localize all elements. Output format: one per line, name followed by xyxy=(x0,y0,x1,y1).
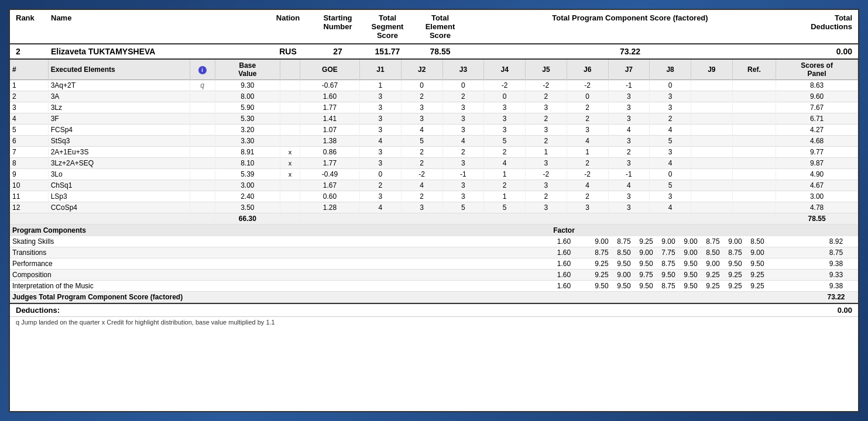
cell-j7: 3 xyxy=(608,202,650,213)
cell-j6: 2 xyxy=(567,113,608,125)
cell-j1: 4 xyxy=(360,202,402,213)
cell-ref xyxy=(732,191,776,202)
cell-base: 8.10 xyxy=(215,158,280,169)
component-factor: 1.60 xyxy=(548,236,580,247)
cell-j9 xyxy=(691,91,732,102)
component-j3: 9.50 xyxy=(635,281,657,292)
cell-j3: 3 xyxy=(442,158,484,169)
list-item: Transitions 1.60 8.75 8.50 9.00 7.75 9.0… xyxy=(10,247,858,258)
cell-j7: 3 xyxy=(608,158,650,169)
cell-j1: 3 xyxy=(360,191,402,202)
athlete-starting-number: 27 xyxy=(314,47,361,56)
col-ref-header: Ref. xyxy=(732,60,776,80)
component-score: 9.38 xyxy=(814,258,858,270)
cell-flag xyxy=(190,180,215,191)
cell-j3: 2 xyxy=(442,91,484,102)
cell-base: 2.40 xyxy=(215,191,280,202)
cell-base: 5.30 xyxy=(215,113,280,125)
cell-j3: -1 xyxy=(442,169,484,180)
cell-j4: 2 xyxy=(484,147,526,158)
component-j7: 9.25 xyxy=(724,281,746,292)
component-j9 xyxy=(768,281,791,292)
cell-j8: 5 xyxy=(650,180,691,191)
cell-j8: 4 xyxy=(650,158,691,169)
athlete-row: 2 Elizaveta TUKTAMYSHEVA RUS 27 151.77 7… xyxy=(10,44,858,60)
component-j5: 9.00 xyxy=(680,247,702,258)
component-name: Skating Skills xyxy=(10,236,548,247)
cell-num: 10 xyxy=(10,180,48,191)
cell-j3: 3 xyxy=(442,191,484,202)
cell-element: CCoSp4 xyxy=(48,202,190,213)
athlete-element-score: 78.55 xyxy=(414,47,466,56)
cell-num: 8 xyxy=(10,158,48,169)
col-j9-header: J9 xyxy=(691,60,732,80)
cell-j9 xyxy=(691,113,732,125)
component-score: 8.75 xyxy=(814,247,858,258)
cell-goe: 1.07 xyxy=(300,125,359,136)
cell-element: ChSq1 xyxy=(48,180,190,191)
main-container: Rank Name Nation StartingNumber TotalSeg… xyxy=(9,9,859,412)
col-j2-header: J2 xyxy=(401,60,442,80)
component-j6: 9.25 xyxy=(702,270,724,281)
cell-j7: 3 xyxy=(608,91,650,102)
cell-flag xyxy=(190,125,215,136)
component-j4: 8.75 xyxy=(657,258,680,270)
cell-j2: 2 xyxy=(401,191,442,202)
cell-j5: 3 xyxy=(526,180,567,191)
cell-ref xyxy=(732,91,776,102)
cell-j5: 1 xyxy=(526,147,567,158)
component-j6: 8.50 xyxy=(702,247,724,258)
cell-j3: 5 xyxy=(442,202,484,213)
cell-element: 3Lz+2A+SEQ xyxy=(48,158,190,169)
cell-num: 12 xyxy=(10,202,48,213)
col-j3-header: J3 xyxy=(442,60,484,80)
cell-j1: 1 xyxy=(360,80,402,91)
table-row: 7 2A+1Eu+3S 8.91 x 0.86 3 2 2 2 1 1 2 3 … xyxy=(10,147,858,158)
col-base-header: BaseValue xyxy=(215,60,280,80)
component-j2: 9.00 xyxy=(613,270,635,281)
cell-j9 xyxy=(691,102,732,113)
info-icon: i xyxy=(198,66,207,74)
header-element-label: TotalElementScore xyxy=(414,13,466,40)
cell-flag xyxy=(190,147,215,158)
cell-ref xyxy=(732,102,776,113)
cell-j3: 4 xyxy=(442,136,484,147)
cell-j5: 3 xyxy=(526,125,567,136)
col-j8-header: J8 xyxy=(650,60,691,80)
judges-total-label: Judges Total Program Component Score (fa… xyxy=(10,292,548,303)
cell-goe: 1.77 xyxy=(300,102,359,113)
cell-j9 xyxy=(691,180,732,191)
cell-flag xyxy=(190,136,215,147)
cell-j2: 3 xyxy=(401,202,442,213)
cell-j9 xyxy=(691,191,732,202)
cell-j3: 3 xyxy=(442,102,484,113)
cell-base: 3.20 xyxy=(215,125,280,136)
component-j8: 8.50 xyxy=(746,236,768,247)
athlete-component-score: 73.22 xyxy=(466,47,794,56)
cell-j5: -2 xyxy=(526,80,567,91)
cell-goe: 0.86 xyxy=(300,147,359,158)
cell-j4: 2 xyxy=(484,180,526,191)
component-factor: 1.60 xyxy=(548,258,580,270)
component-j3: 9.00 xyxy=(635,247,657,258)
cell-j1: 3 xyxy=(360,91,402,102)
cell-x xyxy=(280,113,300,125)
footnote-section: q Jump landed on the quarter x Credit fo… xyxy=(10,316,858,327)
cell-goe: 1.67 xyxy=(300,180,359,191)
cell-ref xyxy=(732,158,776,169)
cell-score: 9.77 xyxy=(776,147,858,158)
total-row: 66.30 78.55 xyxy=(10,213,858,225)
cell-j1: 4 xyxy=(360,136,402,147)
scores-table: # Executed Elements i BaseValue GOE J1 J… xyxy=(10,60,858,225)
cell-base: 8.00 xyxy=(215,91,280,102)
cell-j2: 2 xyxy=(401,158,442,169)
component-j6: 8.75 xyxy=(702,236,724,247)
list-item: Composition 1.60 9.25 9.00 9.75 9.50 9.5… xyxy=(10,270,858,281)
component-j7: 9.50 xyxy=(724,258,746,270)
cell-x xyxy=(280,136,300,147)
cell-j3: 3 xyxy=(442,113,484,125)
component-factor: 1.60 xyxy=(548,270,580,281)
component-name: Transitions xyxy=(10,247,548,258)
header-rank-name: Rank Name xyxy=(16,13,262,22)
table-row: 9 3Lo 5.39 x -0.49 0 -2 -1 1 -2 -2 -1 0 … xyxy=(10,169,858,180)
